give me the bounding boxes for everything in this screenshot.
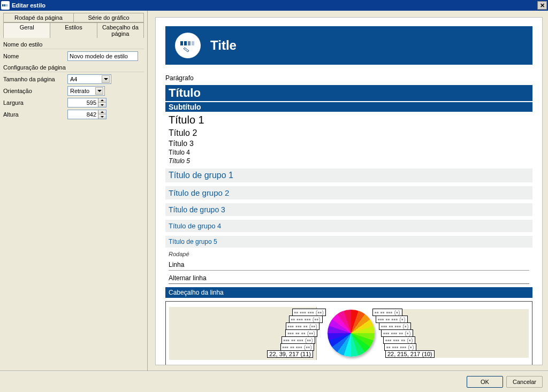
svg-rect-4 — [180, 41, 183, 45]
preview-title: Título — [165, 85, 532, 101]
pagesize-label: Tamanho da página — [3, 76, 67, 82]
right-panel: Title Parágrafo Título Subtítulo Título … — [148, 11, 548, 371]
width-spinner[interactable] — [67, 98, 106, 107]
svg-rect-3 — [7, 4, 8, 6]
height-input[interactable] — [67, 110, 98, 119]
preview-subtitle: Subtítulo — [165, 102, 532, 112]
preview-header-title: Title — [210, 38, 237, 53]
preview-canvas: Title Parágrafo Título Subtítulo Título … — [155, 17, 543, 365]
preview-h2: Título 2 — [169, 128, 529, 138]
spin-up-icon[interactable] — [98, 110, 106, 114]
svg-rect-0 — [2, 4, 3, 6]
svg-rect-1 — [4, 4, 5, 6]
orientation-select[interactable]: Retrato — [67, 86, 105, 96]
name-label: Nome — [3, 53, 67, 59]
preview-footer: Rodapé — [169, 251, 529, 257]
ok-button[interactable]: OK — [467, 376, 503, 388]
title-bar: Editar estilo ✕ — [0, 0, 548, 11]
preview-h3: Título 3 — [169, 139, 529, 148]
svg-rect-7 — [192, 41, 194, 45]
tab-styles[interactable]: Estilos — [50, 22, 97, 38]
window-title: Editar estilo — [12, 2, 537, 9]
width-input[interactable] — [67, 98, 98, 107]
preview-row-header: Cabeçalho da linha — [165, 287, 532, 298]
svg-rect-5 — [184, 41, 187, 45]
preview-h4: Título 4 — [169, 149, 529, 156]
legend-left-item: 22, 39, 217 (11) — [267, 350, 313, 358]
tabs-row-2: Geral Estilos Cabeçalho da página — [3, 22, 144, 38]
app-icon — [1, 1, 10, 10]
preview-h5: Título 5 — [169, 157, 529, 165]
section-page-config: Configuração de página — [3, 64, 144, 72]
name-input[interactable] — [67, 51, 138, 61]
left-panel: Rodapé da página Série do gráfico Geral … — [0, 11, 148, 371]
tab-page-header[interactable]: Cabeçalho da página — [97, 22, 144, 38]
preview-header: Title — [165, 26, 532, 65]
preview-group-3: Título de grupo 3 — [165, 203, 532, 216]
preview-line: Linha — [169, 259, 529, 271]
preview-paragraph: Parágrafo — [165, 74, 532, 82]
legend-left: ▪▪ ▪▪▪ ▪▪▪ (▪▪) ▪▪ ▪▪▪ ▪▪▪ (▪▪) ▪▪▪ ▪▪▪ … — [169, 307, 317, 360]
tabs-row-1: Rodapé da página Série do gráfico — [3, 13, 144, 22]
section-style-name: Nome do estilo — [3, 41, 144, 49]
chevron-down-icon — [95, 87, 103, 95]
legend-right: ▪▪ ▪▪ ▪▪▪ (▪) ▪▪▪ ▪▪ ▪▪▪ (▪) ▪▪▪ ▪▪ ▪▪▪ … — [385, 309, 529, 358]
close-button[interactable]: ✕ — [537, 1, 547, 10]
preview-group-4: Título de grupo 4 — [165, 219, 532, 232]
pagesize-select[interactable]: A4 — [67, 74, 111, 84]
preview-group-5: Título de grupo 5 — [165, 235, 532, 248]
chevron-down-icon — [102, 75, 110, 83]
svg-rect-2 — [5, 4, 6, 6]
svg-rect-6 — [188, 41, 191, 45]
width-label: Largura — [3, 99, 67, 106]
preview-alt-line: Alternar linha — [169, 273, 529, 284]
height-label: Altura — [3, 111, 67, 118]
tab-page-footer[interactable]: Rodapé da página — [3, 13, 74, 22]
height-spinner[interactable] — [67, 110, 106, 119]
logo-icon — [175, 33, 201, 58]
pie-chart-icon — [328, 310, 375, 357]
spin-up-icon[interactable] — [98, 98, 106, 103]
spin-down-icon[interactable] — [98, 114, 106, 119]
preview-chart: ▪▪ ▪▪▪ ▪▪▪ (▪▪) ▪▪ ▪▪▪ ▪▪▪ (▪▪) ▪▪▪ ▪▪▪ … — [165, 301, 532, 365]
legend-right-item: 22, 215, 217 (10) — [385, 350, 435, 358]
dialog-footer: OK Cancelar — [0, 371, 548, 391]
preview-group-1: Título de grupo 1 — [165, 168, 532, 182]
main-area: Rodapé da página Série do gráfico Geral … — [0, 11, 548, 371]
cancel-button[interactable]: Cancelar — [506, 376, 543, 388]
orientation-value: Retrato — [70, 88, 89, 94]
tab-general[interactable]: Geral — [3, 22, 50, 38]
tab-chart-series[interactable]: Série do gráfico — [74, 13, 144, 22]
preview-h1: Título 1 — [169, 114, 529, 126]
preview-group-2: Título de grupo 2 — [165, 186, 532, 199]
pagesize-value: A4 — [70, 76, 77, 82]
spin-down-icon[interactable] — [98, 103, 106, 107]
orientation-label: Orientação — [3, 88, 67, 94]
